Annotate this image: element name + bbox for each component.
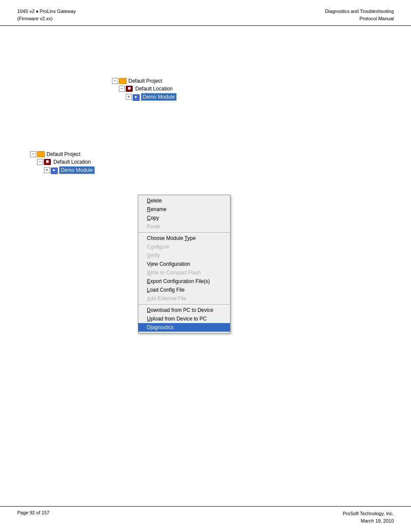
tree-toggle-plus[interactable]: + [126, 94, 132, 100]
context-menu: Delete Rename Copy Paste Choose Module T… [138, 195, 230, 333]
tree-label[interactable]: Default Project [45, 151, 82, 158]
tree-top: − Default Project − Default Location + D… [112, 78, 177, 102]
header-section-line2: Protocol Manual [325, 15, 394, 22]
menu-item-download[interactable]: Download from PC to Device [138, 306, 230, 314]
tree-row-bottom-3: + Demo Module [44, 166, 95, 174]
folder-icon [119, 78, 126, 84]
tree-toggle-minus[interactable]: − [112, 78, 118, 84]
footer-company-name: ProSoft Technology, Inc. [343, 510, 394, 517]
menu-item-verify: Verify [138, 251, 230, 260]
folder-icon [37, 151, 44, 157]
tree-label-selected[interactable]: Demo Module [59, 166, 95, 174]
tree-toggle-minus[interactable]: − [37, 159, 43, 165]
tree-row-top-1: − Default Project [112, 78, 177, 84]
page-footer: Page 92 of 157 ProSoft Technology, Inc. … [0, 506, 411, 524]
location-icon [126, 86, 133, 92]
module-icon [133, 94, 140, 100]
page-header: 104S v2 ♦ ProLinx Gateway (Firmware v2.x… [0, 8, 411, 26]
location-icon [44, 159, 51, 165]
tree-toggle-plus[interactable]: + [44, 167, 50, 173]
footer-company: ProSoft Technology, Inc. March 19, 2010 [343, 510, 394, 524]
header-right: Diagnostics and Troubleshooting Protocol… [325, 8, 394, 22]
footer-date: March 19, 2010 [343, 517, 394, 525]
tree-row-bottom-2: − Default Location [37, 159, 95, 165]
tree-toggle-minus[interactable]: − [30, 151, 36, 157]
header-title-line1: 104S v2 ♦ ProLinx Gateway [17, 8, 76, 15]
menu-item-configure: Configure [138, 243, 230, 251]
menu-item-choose-module-type[interactable]: Choose Module Type [138, 234, 230, 243]
module-icon [51, 167, 58, 173]
menu-item-export-config[interactable]: Export Configuration File(s) [138, 277, 230, 286]
context-menu-section-2: Choose Module Type Configure Verify View… [138, 233, 230, 305]
menu-item-copy[interactable]: Copy [138, 214, 230, 222]
tree-label[interactable]: Default Location [134, 85, 174, 92]
menu-item-rename[interactable]: Rename [138, 205, 230, 214]
tree-row-top-2: − Default Location [119, 85, 177, 92]
tree-row-top-3: + Demo Module [126, 93, 177, 101]
tree-label[interactable]: Default Location [52, 159, 92, 165]
menu-item-write-compact-flash: Write to Compact Flash [138, 268, 230, 277]
menu-item-upload[interactable]: Upload from Device to PC [138, 314, 230, 323]
header-left: 104S v2 ♦ ProLinx Gateway (Firmware v2.x… [17, 8, 76, 22]
context-menu-section-1: Delete Rename Copy Paste [138, 195, 230, 233]
footer-page-number: Page 92 of 157 [17, 510, 50, 515]
menu-item-delete[interactable]: Delete [138, 196, 230, 205]
menu-item-paste: Paste [138, 222, 230, 231]
header-title-line2: (Firmware v2.xx) [17, 15, 76, 22]
tree-label-selected[interactable]: Demo Module [141, 93, 177, 101]
header-section-line1: Diagnostics and Troubleshooting [325, 8, 394, 15]
context-menu-section-3: Download from PC to Device Upload from D… [138, 305, 230, 333]
tree-toggle-minus[interactable]: − [119, 86, 125, 92]
menu-item-diagnostics[interactable]: Diagnostics [138, 323, 230, 332]
tree-row-bottom-1: − Default Project [30, 151, 95, 158]
tree-label[interactable]: Default Project [127, 78, 164, 84]
main-content: − Default Project − Default Location + D… [0, 34, 411, 506]
menu-item-add-external-file: Add External File [138, 294, 230, 303]
menu-item-view-configuration[interactable]: View Configuration [138, 260, 230, 268]
menu-item-load-config[interactable]: Load Config File [138, 286, 230, 294]
tree-bottom: − Default Project − Default Location + D… [30, 151, 95, 175]
